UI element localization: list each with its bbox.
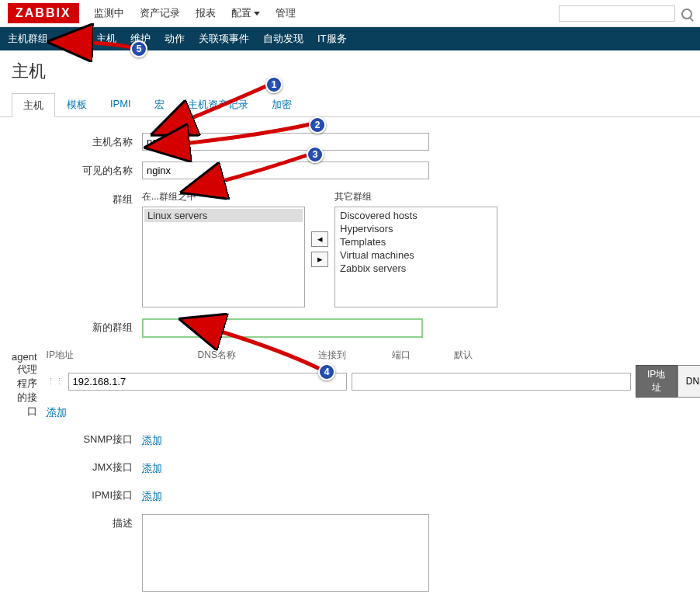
tab-macros[interactable]: 宏 [143,92,176,116]
tab-inventory[interactable]: 主机资产记录 [176,92,260,116]
subnav-correlation[interactable]: 关联项事件 [199,32,249,46]
label-other-groups: 其它群组 [334,190,497,203]
input-newgroup[interactable] [142,318,423,338]
logo: ZABBIX [8,3,79,23]
move-right-button[interactable]: ▸ [311,252,328,267]
nav-monitoring[interactable]: 监测中 [91,3,127,23]
col-ip: IP地址 [47,349,198,362]
input-visiblename[interactable] [142,162,429,179]
input-dns[interactable] [352,373,630,391]
listbox-other-groups[interactable]: Discovered hosts Hypervisors Templates V… [334,207,497,307]
label-newgroup: 新的群组 [12,318,142,335]
page-title: 主机 [0,50,700,92]
listbox-in-groups[interactable]: Linux servers [142,207,305,307]
add-agent-iface-link[interactable]: 添加 [47,405,67,419]
tab-encryption[interactable]: 加密 [260,92,303,116]
group-item[interactable]: Linux servers [144,209,303,222]
col-port: 端口 [392,349,454,362]
subnav-hostgroups[interactable]: 主机群组 [8,32,48,46]
add-ipmi-iface-link[interactable]: 添加 [142,489,162,503]
callout-3: 3 [307,146,324,163]
connect-dns-button[interactable]: DNS [677,365,700,398]
group-item[interactable]: Hypervisors [337,222,495,235]
col-default: 默认 [454,349,501,362]
subnav-discovery[interactable]: 自动发现 [263,32,303,46]
drag-handle-icon[interactable]: ⋮⋮ [47,377,64,387]
subnav-templates[interactable]: 模板 [62,32,82,46]
top-nav: 监测中 资产记录 报表 配置 管理 [91,3,299,23]
nav-admin[interactable]: 管理 [272,3,299,23]
nav-reports[interactable]: 报表 [192,3,219,23]
textarea-description[interactable] [142,514,429,592]
search-input[interactable] [559,5,675,22]
label-groups: 群组 [12,190,142,207]
label-jmx-iface: JMX接口 [12,458,142,474]
label-snmp-iface: SNMP接口 [12,430,142,446]
label-visiblename: 可见的名称 [12,162,142,178]
callout-2: 2 [309,116,326,134]
callout-4: 4 [318,363,335,380]
group-item[interactable]: Templates [337,235,495,248]
tabs: 主机 模板 IPMI 宏 主机资产记录 加密 [0,92,700,117]
subnav-actions[interactable]: 动作 [165,32,185,46]
subnav-itservices[interactable]: IT服务 [317,32,347,46]
label-in-groups: 在...群组之中 [142,190,305,203]
group-item[interactable]: Zabbix servers [337,262,495,275]
add-snmp-iface-link[interactable]: 添加 [142,433,162,447]
move-left-button[interactable]: ◂ [311,231,328,247]
col-dns: DNS名称 [198,349,318,362]
tab-templates[interactable]: 模板 [55,92,99,116]
subnav-hosts[interactable]: 主机 [96,32,116,46]
nav-assets[interactable]: 资产记录 [137,3,183,23]
group-item[interactable]: Virtual machines [337,248,495,262]
input-hostname[interactable] [142,133,429,151]
callout-1: 1 [265,76,282,93]
col-connect: 连接到 [318,349,392,362]
connect-ip-button[interactable]: IP地址 [636,365,677,398]
label-ipmi-iface: IPMI接口 [12,486,142,502]
group-item[interactable]: Discovered hosts [337,209,495,222]
tab-host[interactable]: 主机 [12,93,55,117]
add-jmx-iface-link[interactable]: 添加 [142,461,162,475]
nav-config[interactable]: 配置 [228,3,263,23]
label-agent-iface: agent代理程序的接口 [12,349,47,419]
search-icon[interactable] [681,9,692,19]
tab-ipmi[interactable]: IPMI [99,92,143,116]
label-hostname: 主机名称 [12,133,142,149]
callout-5: 5 [130,40,147,57]
sub-nav: 主机群组 模板 主机 维护 动作 关联项事件 自动发现 IT服务 [0,27,700,50]
label-description: 描述 [12,514,142,530]
input-ip[interactable] [68,373,347,391]
